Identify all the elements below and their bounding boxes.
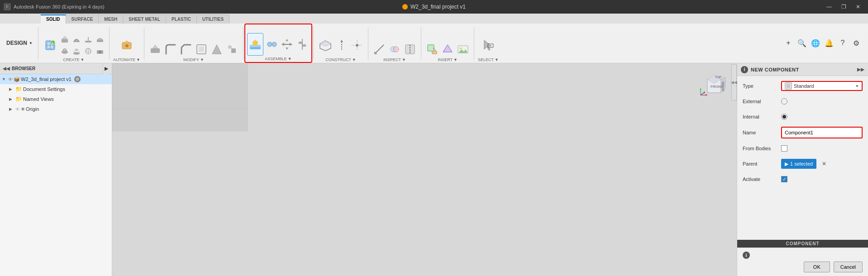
- new-component-assemble-icon[interactable]: [247, 33, 263, 56]
- browser-item-origin[interactable]: ▶ 👁 ✳ Origin: [0, 104, 112, 114]
- tab-solid[interactable]: SOLID: [41, 14, 66, 24]
- insert-label[interactable]: INSERT ▼: [438, 57, 458, 62]
- browser-collapse-icon[interactable]: ◀◀: [3, 66, 10, 71]
- cancel-button[interactable]: Cancel: [834, 262, 863, 272]
- fillet-icon[interactable]: [163, 42, 178, 57]
- interference-icon[interactable]: [387, 42, 402, 57]
- design-label: DESIGN: [6, 40, 27, 46]
- sweep-icon[interactable]: [71, 34, 82, 45]
- insert-image-icon[interactable]: [456, 42, 470, 57]
- parent-selected-button[interactable]: ▶ 1 selected: [781, 159, 816, 169]
- viewport[interactable]: FRONT TOP RIGHT: [112, 63, 737, 276]
- construct-label[interactable]: CONSTRUCT ▼: [325, 57, 356, 62]
- notifications-icon[interactable]: 🔔: [823, 37, 835, 49]
- inspect-label[interactable]: INSPECT ▼: [383, 57, 406, 62]
- window-controls[interactable]: — ❐ ✕: [823, 3, 864, 11]
- svg-point-10: [73, 52, 80, 55]
- rib-icon[interactable]: [83, 34, 94, 45]
- online-icon[interactable]: 🌐: [809, 37, 822, 49]
- minimize-button[interactable]: —: [823, 3, 835, 11]
- scale-icon[interactable]: [225, 42, 239, 57]
- align-icon[interactable]: [295, 37, 310, 52]
- svg-marker-39: [281, 39, 292, 50]
- name-input[interactable]: [782, 128, 862, 138]
- create-label[interactable]: CREATE ▼: [63, 57, 85, 62]
- press-pull-icon[interactable]: [148, 42, 162, 57]
- search-icon[interactable]: 🔍: [796, 37, 808, 49]
- settings-icon[interactable]: ⚙: [850, 37, 863, 49]
- panel-expand-button[interactable]: ▶▶: [857, 67, 864, 72]
- svg-point-47: [356, 44, 358, 47]
- web-icon[interactable]: [83, 46, 94, 57]
- help-icon[interactable]: ?: [836, 37, 849, 49]
- panel-collapse-button[interactable]: ◀◀: [731, 64, 737, 100]
- move-icon[interactable]: [280, 37, 294, 52]
- insert-derive-icon[interactable]: [425, 42, 439, 57]
- automate-label[interactable]: AUTOMATE ▼: [113, 57, 140, 62]
- emboss-icon[interactable]: [95, 34, 105, 45]
- insert-arrow-icon: ▼: [453, 57, 458, 62]
- shell-icon[interactable]: [194, 42, 209, 57]
- section-icon[interactable]: [403, 42, 417, 57]
- create-arrow-icon: ▼: [80, 57, 84, 62]
- name-label: Name: [743, 130, 781, 135]
- panel-content: Type □ Standard ▼ External: [737, 76, 868, 240]
- design-arrow-icon: ▼: [29, 41, 33, 45]
- browser-expand-button[interactable]: ▶: [103, 63, 109, 74]
- new-component-icon[interactable]: +: [42, 34, 58, 57]
- tab-plastic[interactable]: PLASTIC: [166, 14, 197, 24]
- origin-visibility-icon[interactable]: 👁: [15, 107, 20, 112]
- select-icon[interactable]: [480, 34, 496, 57]
- close-button[interactable]: ✕: [852, 3, 864, 11]
- ok-button[interactable]: OK: [804, 262, 830, 272]
- internal-radio[interactable]: [781, 114, 787, 120]
- extrude-icon[interactable]: [59, 34, 70, 45]
- toolbar-group-automate: ⚙ AUTOMATE ▼: [110, 24, 143, 63]
- from-bodies-control: [781, 145, 863, 152]
- construct-plane-icon[interactable]: [317, 34, 334, 57]
- design-dropdown-button[interactable]: DESIGN ▼: [2, 24, 37, 63]
- restore-button[interactable]: ❐: [837, 3, 850, 11]
- svg-point-38: [272, 42, 277, 47]
- tab-mesh[interactable]: MESH: [99, 14, 123, 24]
- measure-icon[interactable]: [372, 42, 386, 57]
- file-dot-icon: [402, 4, 408, 10]
- revolve-icon[interactable]: [59, 46, 70, 57]
- browser-item-doc-settings[interactable]: ▶ 📁 Document Settings: [0, 84, 112, 94]
- insert-mesh-icon[interactable]: [440, 42, 455, 57]
- browser-item-named-views[interactable]: ▶ 📁 Named Views: [0, 94, 112, 104]
- tab-utilities[interactable]: UTILITIES: [197, 14, 229, 24]
- external-radio[interactable]: [781, 98, 787, 105]
- svg-marker-60: [432, 51, 437, 54]
- select-label[interactable]: SELECT ▼: [478, 57, 499, 62]
- chamfer-icon[interactable]: [179, 42, 193, 57]
- axis-indicator[interactable]: FRONT TOP RIGHT: [698, 70, 730, 102]
- selected-count-label: 1 selected: [790, 161, 813, 167]
- joint-icon[interactable]: [264, 37, 279, 52]
- root-visibility-icon[interactable]: 👁: [8, 77, 13, 82]
- construct-point-icon[interactable]: [350, 38, 364, 52]
- hole-icon[interactable]: [95, 46, 105, 57]
- from-bodies-checkbox[interactable]: [781, 145, 787, 152]
- tab-surface[interactable]: SURFACE: [66, 14, 99, 24]
- svg-point-56: [393, 47, 399, 52]
- activate-checkbox[interactable]: ✓: [781, 176, 787, 182]
- panel-title: NEW COMPONENT: [751, 67, 799, 72]
- assemble-label[interactable]: ASSEMBLE ▼: [265, 57, 291, 61]
- construct-axis-icon[interactable]: [334, 38, 349, 52]
- modify-label[interactable]: MODIFY ▼: [183, 57, 204, 62]
- from-bodies-label: From Bodies: [743, 146, 781, 151]
- draft-icon[interactable]: [210, 42, 224, 57]
- parent-clear-button[interactable]: ✕: [820, 160, 828, 168]
- loft-icon[interactable]: [71, 46, 82, 57]
- browser-item-root[interactable]: ▼ 👁 📦 W2_3d_final project v1 ⚙: [0, 74, 112, 84]
- tab-sheet-metal[interactable]: SHEET METAL: [123, 14, 166, 24]
- root-settings-button[interactable]: ⚙: [74, 76, 81, 82]
- automate-icon[interactable]: ⚙: [119, 34, 135, 57]
- sep-4: [243, 27, 243, 59]
- svg-point-11: [75, 49, 78, 51]
- placement-row: External: [743, 96, 863, 107]
- type-select[interactable]: □ Standard ▼: [781, 81, 863, 91]
- viewport-grid: [112, 63, 248, 131]
- add-tab-button[interactable]: +: [782, 37, 795, 49]
